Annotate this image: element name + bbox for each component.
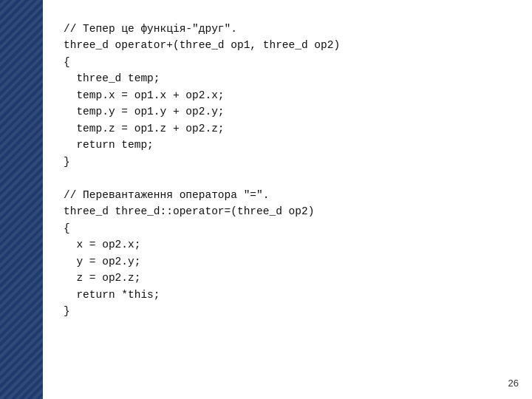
code-line: return *this; bbox=[64, 289, 160, 301]
code-line: temp.x = op1.x + op2.x; bbox=[64, 89, 225, 101]
code-line: z = op2.z; bbox=[64, 272, 140, 284]
comment-1: // Тепер це функція-"друг". bbox=[64, 23, 237, 35]
code-line: } bbox=[64, 156, 70, 168]
code-line: return temp; bbox=[64, 139, 154, 151]
code-line: three_d three_d::operator=(three_d op2) bbox=[64, 205, 314, 217]
slide-container: // Тепер це функція-"друг". three_d oper… bbox=[0, 0, 532, 399]
code-line: temp.y = op1.y + op2.y; bbox=[64, 106, 225, 117]
code-line: x = op2.x; bbox=[64, 239, 140, 250]
code-line: y = op2.y; bbox=[64, 256, 140, 267]
content-area: // Тепер це функція-"друг". three_d oper… bbox=[43, 0, 532, 399]
code-line: } bbox=[64, 305, 70, 317]
code-block: // Тепер це функція-"друг". three_d oper… bbox=[64, 21, 510, 377]
code-line: temp.z = op1.z + op2.z; bbox=[64, 123, 225, 134]
page-number: 26 bbox=[508, 378, 519, 389]
code-line: { bbox=[64, 222, 70, 234]
code-line: three_d operator+(three_d op1, three_d o… bbox=[64, 39, 340, 51]
left-decoration bbox=[0, 0, 43, 399]
code-line: { bbox=[64, 56, 70, 68]
comment-2: // Перевантаження оператора "=". bbox=[64, 189, 269, 201]
code-line: three_d temp; bbox=[64, 72, 160, 84]
